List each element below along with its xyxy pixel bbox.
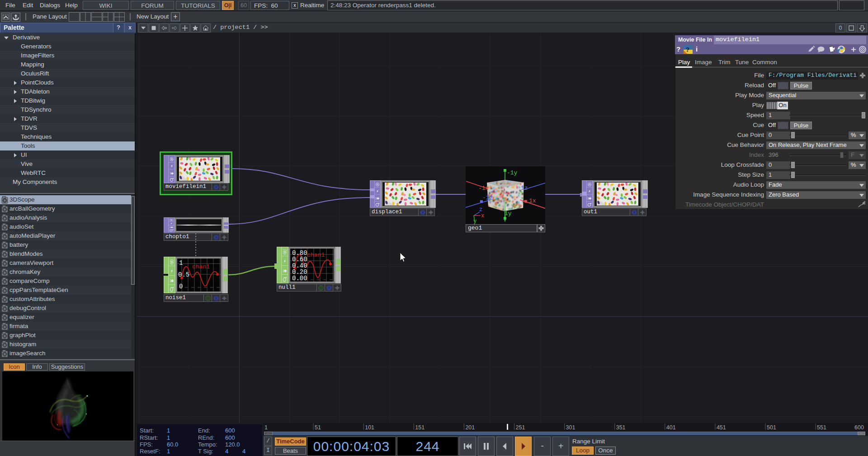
svg-text:1y: 1y [505,210,512,217]
svg-text:501: 501 [767,424,776,431]
svg-text:201: 201 [465,424,475,431]
svg-text:600: 600 [854,424,864,431]
svg-text:y: y [473,218,476,224]
svg-text:51: 51 [315,424,321,431]
svg-text:401: 401 [666,424,676,431]
svg-text:1x: 1x [529,197,536,204]
svg-text:?: ? [686,46,690,53]
svg-text:-1x: -1x [478,185,489,192]
svg-text:251: 251 [516,424,525,431]
svg-text:451: 451 [717,424,726,431]
svg-text:chan1: chan1 [307,252,325,259]
svg-text:-1z: -1z [482,194,493,201]
svg-text:1: 1 [264,424,268,431]
svg-text:z: z [479,207,482,213]
svg-text:101: 101 [365,424,374,431]
svg-text:1z: 1z [521,185,528,192]
svg-text:551: 551 [817,424,826,431]
svg-text:301: 301 [566,424,576,431]
svg-text:151: 151 [415,424,425,431]
svg-text:-1y: -1y [507,169,518,176]
svg-text:chan1: chan1 [192,263,210,270]
svg-text:351: 351 [616,424,626,431]
svg-text:x: x [481,213,484,219]
